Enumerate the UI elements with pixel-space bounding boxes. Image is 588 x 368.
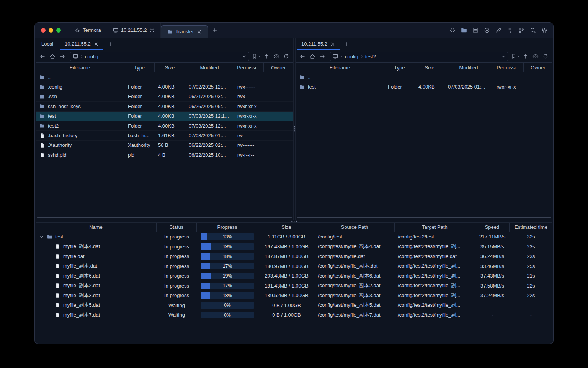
close-icon[interactable] bbox=[196, 29, 202, 34]
tab-termora[interactable]: Termora bbox=[69, 23, 107, 38]
forward-icon[interactable] bbox=[58, 52, 67, 61]
eta-cell: - bbox=[510, 302, 552, 308]
new-panel-tab-button[interactable] bbox=[105, 38, 116, 50]
horizontal-scrollbar[interactable] bbox=[297, 217, 551, 218]
column-header-status[interactable]: Status bbox=[157, 223, 197, 232]
breadcrumb-item[interactable]: config bbox=[85, 54, 98, 59]
file-row[interactable]: ssh_host_keys Folder 4.00KB 06/26/2025 0… bbox=[36, 102, 293, 111]
file-row[interactable]: .ssh Folder 4.00KB 06/21/2025 03:... rwx… bbox=[36, 92, 293, 102]
back-icon[interactable] bbox=[298, 52, 307, 61]
column-header-type[interactable]: Type bbox=[124, 63, 155, 72]
file-row[interactable]: .. bbox=[296, 72, 552, 82]
column-header-size[interactable]: Size bbox=[415, 63, 444, 72]
maximize-window-button[interactable] bbox=[56, 28, 61, 33]
transfer-row[interactable]: myfile_副本6.dat In progress 19% 203.48MB … bbox=[36, 271, 552, 281]
tab-transfer[interactable]: Transfer bbox=[161, 25, 208, 38]
column-header-permissions[interactable]: Permissi... bbox=[493, 63, 524, 72]
transfer-row[interactable]: test In progress 13% 1.11GB / 8.00GB /co… bbox=[36, 232, 552, 242]
transfer-row[interactable]: myfile_副本3.dat In progress 18% 189.52MB … bbox=[36, 291, 552, 301]
minimize-window-button[interactable] bbox=[49, 28, 53, 33]
transfer-row[interactable]: myfile_副本7.dat Waiting 0% 0 B / 1.00GB /… bbox=[36, 310, 552, 320]
folder-icon[interactable] bbox=[459, 26, 468, 34]
home-icon[interactable] bbox=[48, 52, 57, 61]
tab-remote-host[interactable]: 10.211.55.2 bbox=[296, 38, 341, 50]
transfer-item-name: test bbox=[55, 234, 63, 240]
path-breadcrumb[interactable]: config test2 bbox=[330, 52, 508, 61]
refresh-icon[interactable] bbox=[282, 52, 291, 61]
close-icon[interactable] bbox=[93, 41, 99, 47]
column-header-progress[interactable]: Progress bbox=[197, 223, 258, 232]
column-header-target-path[interactable]: Target Path bbox=[395, 223, 475, 232]
right-file-table: Filename Type Size Modified Permissi... … bbox=[296, 62, 552, 217]
tab-remote-host[interactable]: 10.211.55.2 bbox=[59, 38, 105, 50]
path-breadcrumb[interactable]: config bbox=[70, 52, 249, 61]
column-header-size[interactable]: Size bbox=[155, 63, 185, 72]
breadcrumb-item[interactable]: config bbox=[345, 54, 358, 59]
column-header-speed[interactable]: Speed bbox=[475, 223, 510, 232]
horizontal-scrollbar[interactable] bbox=[37, 217, 292, 218]
chevron-down-icon[interactable] bbox=[38, 235, 44, 239]
branch-icon[interactable] bbox=[517, 26, 526, 34]
bookmark-icon[interactable] bbox=[511, 52, 520, 61]
column-header-modified[interactable]: Modified bbox=[444, 63, 493, 72]
file-row[interactable]: .Xauthority Xauthority 58 B 06/22/2025 0… bbox=[36, 141, 293, 150]
file-row-selected[interactable]: test Folder 4.00KB 07/03/2025 12:1... rw… bbox=[36, 112, 293, 121]
chevron-down-icon[interactable] bbox=[242, 54, 246, 58]
column-header-estimated-time[interactable]: Estimated time bbox=[510, 223, 552, 232]
filename: test bbox=[308, 84, 316, 90]
tab-local[interactable]: Local bbox=[36, 38, 59, 50]
column-header-filename[interactable]: Filename bbox=[36, 63, 124, 72]
close-icon[interactable] bbox=[149, 28, 155, 33]
clipboard-icon[interactable] bbox=[471, 26, 480, 34]
transfer-row[interactable]: myfile_副本4.dat In progress 19% 197.48MB … bbox=[36, 242, 552, 252]
column-header-size[interactable]: Size bbox=[258, 223, 315, 232]
column-header-source-path[interactable]: Source Path bbox=[315, 223, 395, 232]
column-header-owner[interactable]: Owner bbox=[264, 63, 293, 72]
settings-icon[interactable] bbox=[540, 26, 549, 34]
transfer-row[interactable]: myfile_副本2.dat In progress 17% 181.43MB … bbox=[36, 281, 552, 291]
status-cell: In progress bbox=[157, 273, 197, 279]
column-header-permissions[interactable]: Permissi... bbox=[234, 63, 264, 72]
eta-cell: 32s bbox=[510, 234, 552, 240]
bookmark-icon[interactable] bbox=[252, 52, 261, 61]
up-icon[interactable] bbox=[521, 52, 530, 61]
file-row[interactable]: test2 Folder 4.00KB 07/03/2025 12:... rw… bbox=[36, 121, 293, 131]
close-window-button[interactable] bbox=[41, 28, 46, 33]
key-icon[interactable] bbox=[505, 26, 514, 34]
progress-cell: 13% bbox=[197, 233, 258, 240]
up-icon[interactable] bbox=[262, 52, 271, 61]
refresh-icon[interactable] bbox=[541, 52, 550, 61]
column-header-owner[interactable]: Owner bbox=[524, 63, 552, 72]
file-row[interactable]: sshd.pid pid 4 B 06/22/2025 10:... rw-r-… bbox=[36, 150, 293, 160]
transfer-row[interactable]: myfile_副本.dat In progress 17% 180.97MB /… bbox=[36, 261, 552, 271]
file-row[interactable]: test Folder 4.00KB 07/03/2025 01:... rwx… bbox=[296, 82, 552, 92]
search-icon[interactable] bbox=[528, 26, 537, 34]
new-tab-button[interactable] bbox=[208, 23, 221, 38]
close-icon[interactable] bbox=[330, 41, 335, 47]
file-row[interactable]: .. bbox=[36, 72, 293, 82]
chevron-right-icon bbox=[360, 55, 363, 58]
back-icon[interactable] bbox=[38, 52, 47, 61]
eye-icon[interactable] bbox=[531, 52, 540, 61]
column-header-type[interactable]: Type bbox=[384, 63, 415, 72]
forward-icon[interactable] bbox=[318, 52, 327, 61]
eye-icon[interactable] bbox=[272, 52, 281, 61]
code-icon[interactable] bbox=[448, 26, 457, 34]
column-header-modified[interactable]: Modified bbox=[185, 63, 234, 72]
file-row[interactable]: .config Folder 4.00KB 07/02/2025 12:... … bbox=[36, 82, 293, 92]
progress-label: 13% bbox=[201, 233, 254, 240]
column-header-filename[interactable]: Filename bbox=[296, 63, 384, 72]
breadcrumb-item[interactable]: test2 bbox=[365, 54, 376, 59]
new-panel-tab-button[interactable] bbox=[341, 38, 353, 50]
pen-icon[interactable] bbox=[494, 26, 503, 34]
chevron-down-icon[interactable] bbox=[501, 54, 505, 58]
vertical-splitter[interactable] bbox=[293, 38, 296, 220]
file-row[interactable]: .bash_history bash_hi... 1.61KB 07/03/20… bbox=[36, 131, 293, 140]
tab-ssh-session[interactable]: 10.211.55.2 bbox=[107, 23, 161, 38]
record-icon[interactable] bbox=[482, 26, 491, 34]
home-icon[interactable] bbox=[308, 52, 317, 61]
column-header-name[interactable]: Name bbox=[36, 223, 157, 232]
horizontal-splitter[interactable] bbox=[36, 220, 552, 223]
transfer-row[interactable]: myfile.dat In progress 18% 187.87MB / 1.… bbox=[36, 251, 552, 261]
transfer-row[interactable]: myfile_副本5.dat Waiting 0% 0 B / 1.00GB /… bbox=[36, 301, 552, 310]
